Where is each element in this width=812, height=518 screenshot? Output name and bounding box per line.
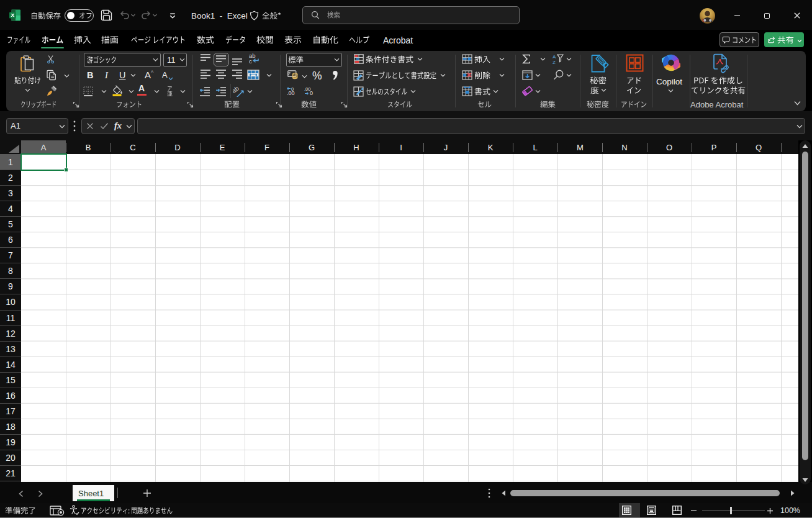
svg-text:A: A (553, 54, 556, 60)
svg-text:Z: Z (553, 60, 556, 65)
svg-text:c: c (249, 58, 252, 65)
svg-text:0: 0 (310, 90, 313, 96)
svg-text:0: 0 (291, 86, 294, 92)
svg-text:ab: ab (233, 84, 240, 94)
